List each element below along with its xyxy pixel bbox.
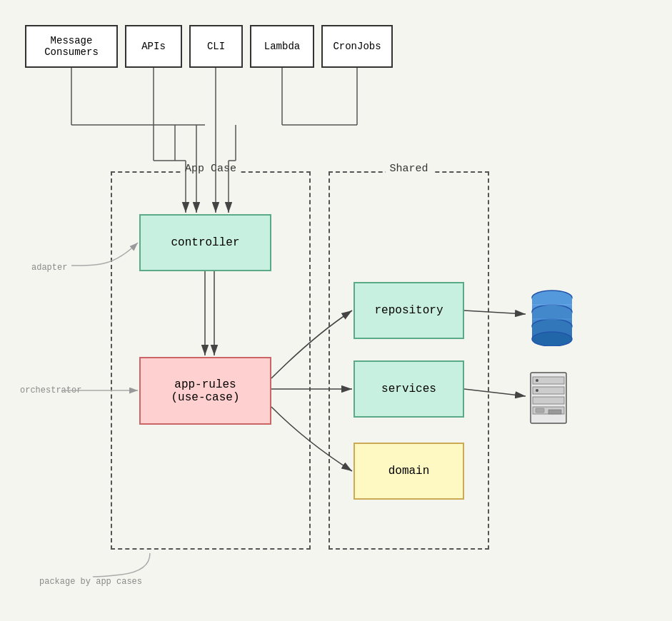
svg-point-6	[532, 332, 572, 346]
orchestrator-label: orchestrator	[20, 385, 81, 395]
diagram-container: Message Consumers APIs CLI Lambda CronJo…	[0, 0, 672, 621]
svg-rect-14	[548, 410, 561, 414]
bottom-label: package by app cases	[39, 577, 142, 587]
repository-box: repository	[353, 282, 464, 339]
services-box: services	[353, 360, 464, 418]
controller-box: controller	[139, 214, 271, 271]
app-rules-box: app-rules (use-case)	[139, 357, 271, 425]
svg-point-16	[536, 389, 538, 392]
svg-rect-12	[533, 397, 564, 404]
shared-label: Shared	[385, 163, 432, 175]
database-icon	[527, 289, 577, 346]
adapter-label: adapter	[31, 263, 67, 273]
entry-box-cronjobs: CronJobs	[321, 25, 393, 68]
entry-box-lambda: Lambda	[250, 25, 314, 68]
svg-rect-17	[536, 408, 544, 413]
svg-point-15	[536, 379, 538, 382]
entry-box-cli: CLI	[189, 25, 243, 68]
entry-box-apis: APIs	[125, 25, 182, 68]
server-icon	[527, 371, 570, 425]
app-case-label: App Case	[181, 163, 241, 175]
domain-box: domain	[353, 443, 464, 500]
entry-box-message-consumers: Message Consumers	[25, 25, 118, 68]
